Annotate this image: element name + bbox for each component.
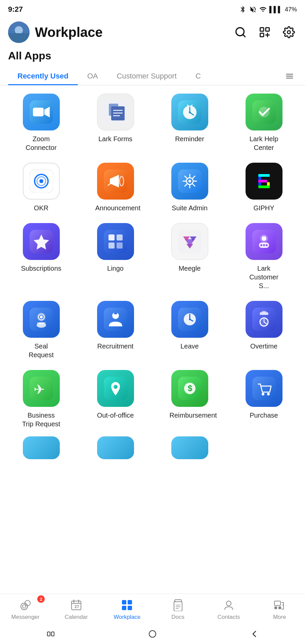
nav-contacts[interactable]: Contacts — [203, 594, 254, 624]
tab-more-button[interactable] — [282, 67, 297, 85]
search-button[interactable] — [232, 24, 249, 40]
bottom-nav: 2 Messenger 27 Calendar — [0, 594, 305, 624]
apps-grid-button[interactable] — [257, 24, 273, 40]
app-out-of-office[interactable]: Out-of-office — [80, 370, 151, 428]
suite-admin-icon — [171, 163, 208, 200]
partial-icon-1 — [23, 436, 60, 459]
recruitment-icon-svg — [104, 308, 127, 331]
app-giphy-label: GIPHY — [253, 204, 274, 212]
nav-calendar[interactable]: 27 Calendar — [51, 594, 101, 624]
header-icons — [232, 24, 297, 40]
nav-messenger-label: Messenger — [11, 614, 40, 621]
tab-recently-used[interactable]: Recently Used — [8, 68, 78, 85]
meegle-icon-svg — [178, 230, 202, 253]
nav-more[interactable]: More — [254, 594, 305, 624]
app-business-trip-label: Business Trip Request — [21, 411, 61, 428]
okr-icon-svg — [30, 169, 53, 193]
app-lark-help-center[interactable]: Lark Help Center — [228, 94, 300, 152]
suite-admin-icon-svg — [178, 169, 202, 193]
app-lark-customer-label: Lark Customer S... — [244, 264, 284, 290]
lingo-icon-svg — [104, 230, 127, 253]
svg-point-107 — [267, 393, 270, 395]
app-lark-customer[interactable]: Lark Customer S... — [228, 223, 300, 290]
app-suite-admin[interactable]: Suite Admin — [154, 163, 225, 212]
avatar-image — [8, 21, 30, 43]
recent-apps-icon — [46, 629, 55, 639]
nav-messenger[interactable]: 2 Messenger — [0, 594, 51, 624]
bluetooth-icon — [239, 6, 247, 13]
app-purchase[interactable]: Purchase — [228, 370, 300, 428]
app-meegle[interactable]: Meegle — [154, 223, 225, 290]
nav-workplace[interactable]: Workplace — [102, 594, 152, 624]
app-lark-forms[interactable]: Lark Forms — [80, 94, 151, 152]
app-zoom-connector[interactable]: Zoom Connector — [5, 94, 77, 152]
signal-bars: ▌▌▌ — [269, 6, 282, 13]
app-announcement[interactable]: Announcement — [80, 163, 151, 212]
svg-point-106 — [262, 393, 264, 395]
lark-forms-icon — [97, 94, 134, 130]
app-subscriptions[interactable]: Subscriptions — [5, 223, 77, 290]
app-giphy[interactable]: GIPHY — [228, 163, 300, 212]
svg-rect-7 — [266, 28, 269, 32]
svg-point-101 — [114, 385, 118, 389]
app-reimbursement[interactable]: $ Reimbursement — [154, 370, 225, 428]
svg-rect-65 — [117, 243, 123, 249]
svg-point-130 — [226, 601, 231, 606]
app-lark-help-label: Lark Help Center — [244, 135, 284, 152]
svg-text:$: $ — [188, 384, 192, 393]
wifi-icon — [259, 6, 267, 13]
svg-rect-109 — [97, 436, 134, 459]
app-meegle-label: Meegle — [179, 264, 201, 273]
leave-icon-svg — [178, 308, 202, 331]
recent-apps-button[interactable] — [41, 627, 61, 641]
partial-icon-2 — [97, 436, 134, 459]
avatar[interactable] — [8, 21, 30, 43]
app-purchase-label: Purchase — [250, 411, 278, 420]
svg-rect-85 — [114, 312, 117, 314]
svg-rect-120 — [128, 600, 132, 604]
apps-grid-icon — [259, 26, 271, 38]
app-overtime[interactable]: Overtime — [228, 301, 300, 359]
seal-icon-svg — [30, 308, 53, 331]
partial-app-1[interactable] — [5, 436, 77, 459]
app-lingo[interactable]: Lingo — [80, 223, 151, 290]
app-leave-label: Leave — [180, 342, 199, 351]
app-business-trip[interactable]: ✈ Business Trip Request — [5, 370, 77, 428]
svg-point-28 — [189, 111, 191, 113]
svg-point-77 — [266, 244, 268, 246]
app-reminder[interactable]: Reminder — [154, 94, 225, 152]
purchase-icon — [246, 370, 282, 407]
partial-app-2[interactable] — [80, 436, 151, 459]
messenger-icon-svg — [19, 599, 32, 611]
svg-rect-93 — [262, 311, 266, 313]
svg-rect-55 — [258, 174, 270, 177]
docs-icon-svg — [172, 599, 184, 611]
purchase-icon-svg — [252, 377, 276, 400]
app-recruitment[interactable]: Recruitment — [80, 301, 151, 359]
out-of-office-icon — [97, 370, 134, 407]
nav-docs[interactable]: Docs — [152, 594, 203, 624]
partial-app-3[interactable] — [154, 436, 225, 459]
tab-c[interactable]: C — [186, 68, 204, 85]
svg-rect-131 — [274, 601, 280, 605]
contacts-icon — [221, 598, 236, 612]
svg-rect-132 — [274, 606, 277, 609]
home-button[interactable] — [142, 627, 163, 641]
tab-customer-support[interactable]: Customer Support — [107, 68, 186, 85]
tab-oa[interactable]: OA — [78, 68, 107, 85]
app-leave[interactable]: Leave — [154, 301, 225, 359]
mute-icon — [249, 6, 257, 13]
app-seal-request[interactable]: Seal Request — [5, 301, 77, 359]
svg-rect-39 — [110, 179, 113, 183]
search-icon — [234, 26, 247, 38]
settings-button[interactable] — [281, 24, 297, 40]
app-okr[interactable]: OKR — [5, 163, 77, 212]
back-button[interactable] — [244, 627, 264, 641]
lark-forms-icon-svg — [104, 100, 127, 124]
nav-calendar-label: Calendar — [64, 614, 88, 621]
svg-rect-135 — [47, 632, 50, 636]
messenger-badge: 2 — [37, 595, 45, 603]
business-trip-icon: ✈ — [23, 370, 60, 407]
header: Workplace — [0, 17, 305, 47]
svg-point-73 — [262, 236, 266, 241]
